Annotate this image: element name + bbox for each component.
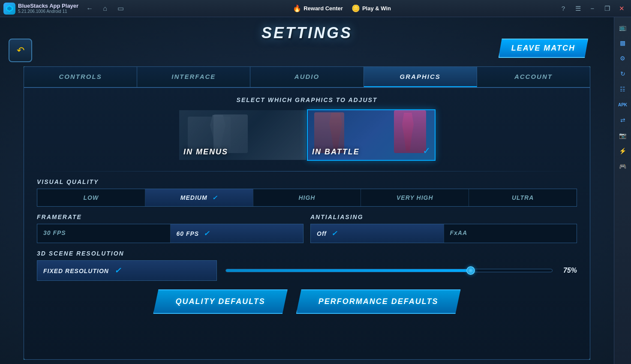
aa-off-check-icon: ✓ bbox=[331, 230, 337, 237]
bottom-buttons: QUALITY DEFAULTS PERFORMANCE DEFAULTS bbox=[37, 289, 577, 314]
sidebar-rotate-btn[interactable]: ↻ bbox=[616, 67, 630, 81]
resolution-section: 3D SCENE RESOLUTION FIXED RESOLUTION ✓ bbox=[37, 250, 577, 281]
divider-1 bbox=[37, 171, 577, 171]
top-bar-center: 🔥 Reward Center 🪙 Play & Win bbox=[126, 4, 557, 12]
main-area: SETTINGS ↶ LEAVE MATCH CONTROLS INTERFAC… bbox=[0, 17, 614, 364]
play-win-btn[interactable]: 🪙 Play & Win bbox=[352, 4, 391, 12]
app-logo: BlueStacks App Player 5.21.206.1006 Andr… bbox=[3, 3, 78, 15]
quality-ultra[interactable]: ULTRA bbox=[469, 189, 577, 206]
quality-high[interactable]: HIGH bbox=[253, 189, 361, 206]
visual-quality-title: VISUAL QUALITY bbox=[37, 178, 577, 185]
window-nav: ← ⌂ ▭ bbox=[84, 3, 126, 15]
tab-graphics[interactable]: GRAPHICS bbox=[364, 67, 477, 87]
battle-check-icon: ✓ bbox=[423, 145, 430, 156]
antialiasing-title: ANTIALIASING bbox=[310, 214, 577, 220]
restore-btn[interactable]: ❐ bbox=[601, 3, 613, 15]
sidebar-sync-btn[interactable]: ⇄ bbox=[616, 113, 630, 127]
coin-icon: 🪙 bbox=[352, 4, 360, 12]
right-sidebar: 📺 ▩ ⚙ ↻ ☷ APK ⇄ 📷 ⚡ 🎮 bbox=[614, 17, 631, 364]
app-name-text: BlueStacks App Player 5.21.206.1006 Andr… bbox=[18, 3, 78, 15]
content-panel: CONTROLS INTERFACE AUDIO GRAPHICS ACCOUN… bbox=[24, 66, 590, 360]
sidebar-monitor-btn[interactable]: ▩ bbox=[616, 36, 630, 50]
resolution-bar: FIXED RESOLUTION ✓ bbox=[37, 260, 217, 281]
resolution-row: FIXED RESOLUTION ✓ 75% bbox=[37, 260, 577, 281]
framerate-section: FRAMERATE 30 FPS 60 FPS ✓ bbox=[37, 214, 303, 243]
left-edge-decoration bbox=[0, 66, 24, 360]
reward-center-btn[interactable]: 🔥 Reward Center bbox=[293, 4, 343, 12]
sidebar-boost-btn[interactable]: ⚡ bbox=[616, 144, 630, 158]
slider-thumb[interactable] bbox=[466, 266, 475, 275]
aa-off[interactable]: Off ✓ bbox=[311, 224, 444, 243]
graphics-option-battle[interactable]: IN BATTLE ✓ bbox=[307, 109, 436, 161]
window-controls: ? ☰ − ❐ ✕ bbox=[557, 3, 628, 15]
back-button[interactable]: ↶ bbox=[9, 39, 32, 62]
fps-60[interactable]: 60 FPS ✓ bbox=[171, 224, 303, 243]
sidebar-gamepad-btn[interactable]: 🎮 bbox=[616, 159, 630, 173]
resolution-slider-container: 75% bbox=[225, 267, 577, 274]
resolution-selector: FIXED RESOLUTION ✓ bbox=[37, 260, 217, 281]
medium-check-icon: ✓ bbox=[212, 194, 218, 201]
fire-icon: 🔥 bbox=[293, 4, 301, 12]
aa-fxaa[interactable]: FxAA bbox=[444, 224, 577, 243]
slider-value: 75% bbox=[558, 267, 577, 274]
graphics-selector-label: SELECT WHICH GRAPHICS TO ADJUST bbox=[37, 96, 577, 103]
graphics-selector: IN MENUS IN BATTLE ✓ bbox=[37, 109, 577, 161]
close-btn[interactable]: ✕ bbox=[616, 3, 628, 15]
tab-audio[interactable]: AUDIO bbox=[250, 67, 364, 87]
battle-label: IN BATTLE bbox=[312, 147, 360, 156]
framerate-bar: 30 FPS 60 FPS ✓ bbox=[37, 224, 303, 243]
performance-defaults-btn[interactable]: PERFORMANCE DEFAULTS bbox=[296, 289, 461, 314]
slider-fill bbox=[226, 269, 471, 272]
back-nav-btn[interactable]: ← bbox=[84, 3, 96, 15]
copy-nav-btn[interactable]: ▭ bbox=[114, 3, 126, 15]
sidebar-apk-btn[interactable]: APK bbox=[616, 98, 630, 111]
fps60-check-icon: ✓ bbox=[204, 230, 210, 237]
tab-controls[interactable]: CONTROLS bbox=[24, 67, 137, 87]
resolution-slider-track[interactable] bbox=[225, 269, 553, 272]
menu-btn[interactable]: ☰ bbox=[572, 3, 584, 15]
leave-match-button[interactable]: LEAVE MATCH bbox=[499, 39, 588, 58]
sidebar-layout-btn[interactable]: ☷ bbox=[616, 82, 630, 96]
bluestacks-icon bbox=[3, 3, 15, 15]
sidebar-camera-btn[interactable]: 📷 bbox=[616, 129, 630, 142]
visual-quality-section: VISUAL QUALITY LOW MEDIUM ✓ HIGH VERY HI… bbox=[37, 178, 577, 207]
antialiasing-section: ANTIALIASING Off ✓ FxAA bbox=[310, 214, 577, 243]
quality-medium[interactable]: MEDIUM ✓ bbox=[145, 189, 253, 206]
tab-interface[interactable]: INTERFACE bbox=[137, 67, 250, 87]
minimize-btn[interactable]: − bbox=[586, 3, 598, 15]
tabs-row: CONTROLS INTERFACE AUDIO GRAPHICS ACCOUN… bbox=[24, 67, 590, 88]
menus-label: IN MENUS bbox=[183, 147, 228, 156]
top-bar: BlueStacks App Player 5.21.206.1006 Andr… bbox=[0, 0, 631, 17]
two-col-row: FRAMERATE 30 FPS 60 FPS ✓ ANTIALIASING O… bbox=[37, 214, 577, 243]
fixed-resolution-check-icon: ✓ bbox=[114, 266, 121, 275]
graphics-option-menus[interactable]: IN MENUS bbox=[178, 109, 307, 161]
sidebar-display-btn[interactable]: 📺 bbox=[616, 21, 630, 34]
help-btn[interactable]: ? bbox=[557, 3, 569, 15]
settings-content: SELECT WHICH GRAPHICS TO ADJUST IN MENUS bbox=[24, 88, 590, 322]
resolution-title: 3D SCENE RESOLUTION bbox=[37, 250, 577, 257]
quality-low[interactable]: LOW bbox=[37, 189, 145, 206]
quality-very-high[interactable]: VERY HIGH bbox=[361, 189, 469, 206]
sidebar-settings-btn[interactable]: ⚙ bbox=[616, 51, 630, 65]
fps-30[interactable]: 30 FPS bbox=[37, 224, 171, 243]
framerate-title: FRAMERATE bbox=[37, 214, 303, 220]
fixed-resolution-option[interactable]: FIXED RESOLUTION ✓ bbox=[37, 261, 216, 280]
home-nav-btn[interactable]: ⌂ bbox=[99, 3, 111, 15]
quality-bar: LOW MEDIUM ✓ HIGH VERY HIGH ULTRA bbox=[37, 189, 577, 207]
antialiasing-bar: Off ✓ FxAA bbox=[310, 224, 577, 243]
tab-account[interactable]: ACCOUNT bbox=[477, 67, 590, 87]
back-arrow-icon: ↶ bbox=[17, 45, 24, 56]
quality-defaults-btn[interactable]: QUALITY DEFAULTS bbox=[153, 289, 287, 314]
